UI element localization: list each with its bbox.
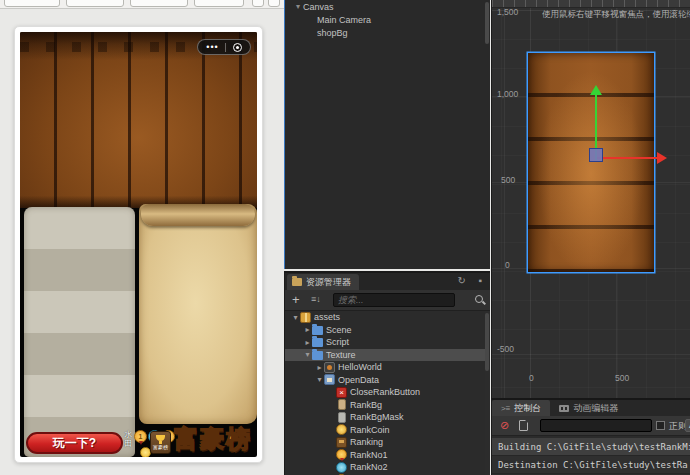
game-canvas: ••• 玩一下? 水田 123 富豪榜 富豪榜 xyxy=(20,32,257,457)
asset-item-closerankbutton[interactable]: CloseRankButton xyxy=(285,386,485,399)
rank-scroll-panel xyxy=(139,204,257,424)
tab-animation-label: 动画编辑器 xyxy=(573,402,618,415)
hierarchy-node-shopbg[interactable]: shopBg xyxy=(285,26,490,39)
asset-item-assets[interactable]: ▾assets xyxy=(285,311,485,324)
asset-item-rankno2[interactable]: RankNo2 xyxy=(285,461,485,474)
console-output: Building C:\GitFile\study\testRankMiDest… xyxy=(492,438,690,474)
medal-icon-1: 1 xyxy=(134,430,147,443)
log-file-icon[interactable] xyxy=(519,420,528,431)
log-level-filter-button[interactable]: A xyxy=(685,419,690,432)
search-icon[interactable] xyxy=(475,295,483,303)
package-icon xyxy=(300,312,311,323)
asset-item-label: CloseRankButton xyxy=(350,387,420,397)
console-log-line[interactable]: Destination C:\GitFile\study\testRa xyxy=(492,456,690,474)
tab-console[interactable]: >≡ 控制台 xyxy=(492,400,550,416)
toolbar-icon[interactable] xyxy=(268,0,280,7)
add-asset-button[interactable]: + xyxy=(292,292,300,308)
panel-menu-icon[interactable]: ▪ xyxy=(478,275,482,287)
scroll-roll-top xyxy=(141,204,255,226)
ruler-label: 0 xyxy=(505,261,510,270)
toolbar-dropdown[interactable] xyxy=(194,0,244,7)
expand-arrow-icon[interactable]: ▾ xyxy=(291,313,300,322)
toolbar-icon[interactable] xyxy=(252,0,264,7)
image-open-icon xyxy=(324,374,335,385)
asset-item-helloworld[interactable]: ▸HelloWorld xyxy=(285,361,485,374)
ruler-label: 0 xyxy=(529,374,534,383)
asset-item-label: Texture xyxy=(326,350,356,360)
toolbar-dropdown[interactable] xyxy=(66,0,124,7)
sprite-tan-icon xyxy=(338,399,346,410)
folder-icon xyxy=(312,351,323,360)
editor-window: ••• 玩一下? 水田 123 富豪榜 富豪榜 ▾CanvasMain Came… xyxy=(0,0,690,475)
gizmo-anchor-handle[interactable] xyxy=(589,148,603,162)
asset-item-label: RankNo1 xyxy=(350,450,388,460)
capsule-divider xyxy=(225,43,226,52)
hierarchy-node-main-camera[interactable]: Main Camera xyxy=(285,13,490,26)
small-decal-text: 水田 xyxy=(124,430,134,448)
asset-item-label: HelloWorld xyxy=(338,362,382,372)
rank-small-button-label: 富豪榜 xyxy=(153,444,168,450)
asset-item-label: RankNo2 xyxy=(350,462,388,472)
console-icon: >≡ xyxy=(501,404,510,413)
assets-scrollbar[interactable] xyxy=(485,313,489,371)
sprite-gray-icon xyxy=(338,412,346,423)
hierarchy-node-label: shopBg xyxy=(317,28,348,38)
folder-icon xyxy=(312,338,323,347)
folder-icon xyxy=(312,326,323,335)
asset-item-script[interactable]: ▸Script xyxy=(285,336,485,349)
scene-hint-text: 使用鼠标右键平移视窗焦点，使用滚轮缩放 xyxy=(542,9,690,21)
toolbar-dropdown[interactable] xyxy=(130,0,188,7)
game-preview-window: ••• 玩一下? 水田 123 富豪榜 富豪榜 xyxy=(14,26,263,463)
animation-icon xyxy=(559,405,569,412)
expand-arrow-icon[interactable]: ▸ xyxy=(303,338,312,347)
asset-item-scene[interactable]: ▸Scene xyxy=(285,324,485,337)
asset-item-opendata[interactable]: ▾OpenData xyxy=(285,374,485,387)
exit-circle-icon[interactable] xyxy=(233,43,242,52)
hierarchy-scrollbar[interactable] xyxy=(485,2,489,44)
asset-search-input[interactable] xyxy=(333,293,455,307)
asset-item-rankbgmask[interactable]: RankBgMask xyxy=(285,411,485,424)
hierarchy-node-label: Main Camera xyxy=(317,15,371,25)
rank-small-button[interactable]: 富豪榜 xyxy=(150,431,171,454)
asset-item-rankbg[interactable]: RankBg xyxy=(285,399,485,412)
hierarchy-node-canvas[interactable]: ▾Canvas xyxy=(285,0,490,13)
asset-item-label: RankBg xyxy=(350,400,382,410)
asset-item-label: OpenData xyxy=(338,375,379,385)
sprite-red-icon xyxy=(336,387,347,398)
console-tabbar: >≡ 控制台 动画编辑器 xyxy=(492,400,690,416)
scene-view[interactable]: 1,5001,0005000-5000500 使用鼠标右键平移视窗焦点，使用滚轮… xyxy=(491,0,690,398)
podium-icon xyxy=(336,437,347,448)
asset-item-label: RankCoin xyxy=(350,425,390,435)
expand-arrow-icon[interactable]: ▾ xyxy=(303,350,312,359)
regex-checkbox[interactable] xyxy=(656,421,665,430)
clear-log-icon[interactable]: ⊘ xyxy=(500,419,509,432)
tab-resource-manager[interactable]: 资源管理器 xyxy=(287,274,359,290)
assets-panel: 资源管理器 ↻ ▪ + ≡↓ ▾assets▸Scene▸Script▾Text… xyxy=(284,271,490,475)
expand-arrow-icon[interactable]: ▾ xyxy=(315,375,324,384)
expand-arrow-icon[interactable]: ▾ xyxy=(293,2,303,11)
tab-animation-editor[interactable]: 动画编辑器 xyxy=(550,400,627,416)
expand-arrow-icon[interactable]: ▸ xyxy=(303,325,312,334)
asset-item-rankcoin[interactable]: RankCoin xyxy=(285,424,485,437)
assets-header: 资源管理器 ↻ ▪ xyxy=(285,273,490,290)
wechat-capsule[interactable]: ••• xyxy=(197,39,251,55)
log-filter-input[interactable] xyxy=(540,419,652,432)
asset-item-rankno1[interactable]: RankNo1 xyxy=(285,449,485,462)
console-log-line[interactable]: Building C:\GitFile\study\testRankMi xyxy=(492,438,690,456)
asset-item-ranking[interactable]: Ranking xyxy=(285,436,485,449)
refresh-icon[interactable]: ↻ xyxy=(458,275,466,287)
sort-icon[interactable]: ≡↓ xyxy=(311,294,321,304)
ruler-label: 500 xyxy=(501,176,515,185)
assets-toolbar: + ≡↓ xyxy=(285,290,490,311)
gizmo-x-axis[interactable] xyxy=(597,157,657,159)
asset-item-label: RankBgMask xyxy=(350,412,404,422)
asset-item-texture[interactable]: ▾Texture xyxy=(285,349,485,362)
ruler-label: -500 xyxy=(497,345,514,354)
asset-tree: ▾assets▸Scene▸Script▾Texture▸HelloWorld▾… xyxy=(285,311,485,475)
expand-arrow-icon[interactable]: ▸ xyxy=(315,363,324,372)
more-menu-icon[interactable]: ••• xyxy=(206,42,218,52)
toolbar-dropdown[interactable] xyxy=(4,0,60,7)
play-button[interactable]: 玩一下? xyxy=(26,432,123,454)
rank-title-text: 富豪榜 xyxy=(174,426,252,452)
console-panel: >≡ 控制台 动画编辑器 ⊘ 正则 A Building C:\GitFile\… xyxy=(491,398,690,475)
